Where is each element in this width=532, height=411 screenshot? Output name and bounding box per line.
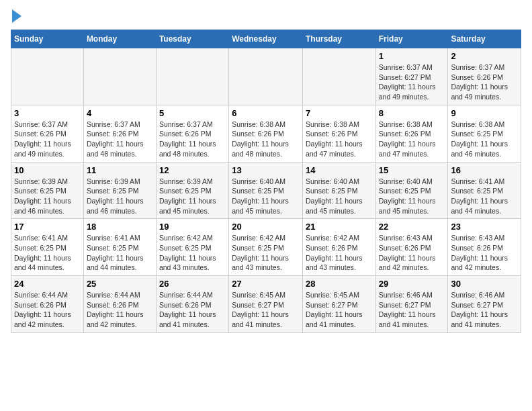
weekday-header: Thursday: [302, 30, 375, 48]
day-number: 20: [232, 222, 300, 232]
logo-arrow-icon: [12, 9, 21, 23]
calendar-cell: 10Sunrise: 6:39 AM Sunset: 6:25 PM Dayli…: [11, 162, 84, 219]
calendar-cell: 19Sunrise: 6:42 AM Sunset: 6:25 PM Dayli…: [156, 219, 228, 276]
weekday-header: Saturday: [448, 30, 521, 48]
day-info: Sunrise: 6:46 AM Sunset: 6:27 PM Dayligh…: [379, 290, 445, 330]
weekday-header: Tuesday: [156, 30, 228, 48]
calendar-cell: 16Sunrise: 6:41 AM Sunset: 6:25 PM Dayli…: [448, 162, 521, 219]
calendar-cell: 1Sunrise: 6:37 AM Sunset: 6:27 PM Daylig…: [375, 48, 448, 105]
day-info: Sunrise: 6:40 AM Sunset: 6:25 PM Dayligh…: [232, 177, 300, 216]
calendar-week-row: 3Sunrise: 6:37 AM Sunset: 6:26 PM Daylig…: [11, 105, 521, 162]
day-number: 25: [87, 279, 153, 289]
calendar-week-row: 10Sunrise: 6:39 AM Sunset: 6:25 PM Dayli…: [11, 162, 521, 219]
calendar-cell: 7Sunrise: 6:38 AM Sunset: 6:26 PM Daylig…: [302, 105, 375, 162]
day-number: 28: [306, 279, 373, 289]
day-number: 7: [306, 108, 373, 118]
calendar-cell: 9Sunrise: 6:38 AM Sunset: 6:25 PM Daylig…: [448, 105, 521, 162]
day-info: Sunrise: 6:41 AM Sunset: 6:25 PM Dayligh…: [14, 233, 81, 273]
calendar-week-row: 17Sunrise: 6:41 AM Sunset: 6:25 PM Dayli…: [11, 219, 521, 276]
calendar-cell: 13Sunrise: 6:40 AM Sunset: 6:25 PM Dayli…: [229, 162, 303, 219]
day-info: Sunrise: 6:37 AM Sunset: 6:26 PM Dayligh…: [87, 120, 153, 159]
calendar-header-row: SundayMondayTuesdayWednesdayThursdayFrid…: [11, 30, 521, 48]
calendar-table: SundayMondayTuesdayWednesdayThursdayFrid…: [11, 30, 521, 333]
calendar-cell: 20Sunrise: 6:42 AM Sunset: 6:25 PM Dayli…: [229, 219, 303, 276]
day-info: Sunrise: 6:37 AM Sunset: 6:27 PM Dayligh…: [379, 62, 445, 102]
calendar-cell: [11, 48, 84, 105]
calendar-cell: [302, 48, 375, 105]
day-info: Sunrise: 6:40 AM Sunset: 6:25 PM Dayligh…: [379, 177, 445, 216]
day-number: 2: [451, 51, 518, 61]
day-number: 3: [14, 108, 81, 118]
day-info: Sunrise: 6:43 AM Sunset: 6:26 PM Dayligh…: [379, 233, 445, 273]
calendar-cell: 4Sunrise: 6:37 AM Sunset: 6:26 PM Daylig…: [83, 105, 156, 162]
day-number: 30: [451, 279, 518, 289]
day-info: Sunrise: 6:45 AM Sunset: 6:27 PM Dayligh…: [232, 290, 300, 330]
weekday-header: Wednesday: [229, 30, 303, 48]
day-number: 17: [14, 222, 81, 232]
day-info: Sunrise: 6:39 AM Sunset: 6:25 PM Dayligh…: [87, 177, 153, 216]
day-number: 26: [159, 279, 226, 289]
day-info: Sunrise: 6:41 AM Sunset: 6:25 PM Dayligh…: [87, 233, 153, 273]
calendar-cell: 26Sunrise: 6:44 AM Sunset: 6:26 PM Dayli…: [156, 276, 228, 333]
day-info: Sunrise: 6:42 AM Sunset: 6:25 PM Dayligh…: [232, 233, 300, 273]
calendar-cell: 11Sunrise: 6:39 AM Sunset: 6:25 PM Dayli…: [83, 162, 156, 219]
day-number: 24: [14, 279, 81, 289]
day-info: Sunrise: 6:42 AM Sunset: 6:26 PM Dayligh…: [306, 233, 373, 273]
calendar-cell: 17Sunrise: 6:41 AM Sunset: 6:25 PM Dayli…: [11, 219, 84, 276]
calendar-cell: [83, 48, 156, 105]
day-number: 14: [306, 165, 373, 175]
day-number: 21: [306, 222, 373, 232]
calendar-cell: 3Sunrise: 6:37 AM Sunset: 6:26 PM Daylig…: [11, 105, 84, 162]
weekday-header: Sunday: [11, 30, 84, 48]
calendar-week-row: 1Sunrise: 6:37 AM Sunset: 6:27 PM Daylig…: [11, 48, 521, 105]
calendar-cell: 22Sunrise: 6:43 AM Sunset: 6:26 PM Dayli…: [375, 219, 448, 276]
calendar-cell: 27Sunrise: 6:45 AM Sunset: 6:27 PM Dayli…: [229, 276, 303, 333]
day-number: 5: [159, 108, 226, 118]
day-info: Sunrise: 6:38 AM Sunset: 6:26 PM Dayligh…: [306, 120, 373, 159]
day-info: Sunrise: 6:44 AM Sunset: 6:26 PM Dayligh…: [159, 290, 226, 330]
day-number: 8: [379, 108, 445, 118]
day-info: Sunrise: 6:42 AM Sunset: 6:25 PM Dayligh…: [159, 233, 226, 273]
day-info: Sunrise: 6:37 AM Sunset: 6:26 PM Dayligh…: [14, 120, 81, 159]
calendar-week-row: 24Sunrise: 6:44 AM Sunset: 6:26 PM Dayli…: [11, 276, 521, 333]
day-number: 1: [379, 51, 445, 61]
calendar-cell: 28Sunrise: 6:45 AM Sunset: 6:27 PM Dayli…: [302, 276, 375, 333]
day-number: 27: [232, 279, 300, 289]
day-number: 22: [379, 222, 445, 232]
calendar-cell: 5Sunrise: 6:37 AM Sunset: 6:26 PM Daylig…: [156, 105, 228, 162]
day-info: Sunrise: 6:46 AM Sunset: 6:27 PM Dayligh…: [451, 290, 518, 330]
weekday-header: Friday: [375, 30, 448, 48]
day-info: Sunrise: 6:37 AM Sunset: 6:26 PM Dayligh…: [159, 120, 226, 159]
calendar-cell: 30Sunrise: 6:46 AM Sunset: 6:27 PM Dayli…: [448, 276, 521, 333]
calendar-cell: 24Sunrise: 6:44 AM Sunset: 6:26 PM Dayli…: [11, 276, 84, 333]
day-number: 16: [451, 165, 518, 175]
day-number: 4: [87, 108, 153, 118]
day-number: 29: [379, 279, 445, 289]
day-info: Sunrise: 6:44 AM Sunset: 6:26 PM Dayligh…: [14, 290, 81, 330]
calendar-cell: 2Sunrise: 6:37 AM Sunset: 6:26 PM Daylig…: [448, 48, 521, 105]
calendar-cell: [229, 48, 303, 105]
day-number: 15: [379, 165, 445, 175]
day-number: 12: [159, 165, 226, 175]
day-info: Sunrise: 6:39 AM Sunset: 6:25 PM Dayligh…: [14, 177, 81, 216]
calendar-cell: 12Sunrise: 6:39 AM Sunset: 6:25 PM Dayli…: [156, 162, 228, 219]
day-info: Sunrise: 6:40 AM Sunset: 6:25 PM Dayligh…: [306, 177, 373, 216]
day-number: 6: [232, 108, 300, 118]
day-info: Sunrise: 6:43 AM Sunset: 6:26 PM Dayligh…: [451, 233, 518, 273]
calendar-cell: 21Sunrise: 6:42 AM Sunset: 6:26 PM Dayli…: [302, 219, 375, 276]
weekday-header: Monday: [83, 30, 156, 48]
day-number: 10: [14, 165, 81, 175]
day-number: 9: [451, 108, 518, 118]
day-number: 11: [87, 165, 153, 175]
calendar-cell: 8Sunrise: 6:38 AM Sunset: 6:26 PM Daylig…: [375, 105, 448, 162]
page-header: [11, 11, 521, 23]
day-info: Sunrise: 6:38 AM Sunset: 6:26 PM Dayligh…: [379, 120, 445, 159]
day-info: Sunrise: 6:38 AM Sunset: 6:25 PM Dayligh…: [451, 120, 518, 159]
calendar-cell: [156, 48, 228, 105]
day-number: 13: [232, 165, 300, 175]
day-info: Sunrise: 6:39 AM Sunset: 6:25 PM Dayligh…: [159, 177, 226, 216]
calendar-cell: 14Sunrise: 6:40 AM Sunset: 6:25 PM Dayli…: [302, 162, 375, 219]
calendar-cell: 23Sunrise: 6:43 AM Sunset: 6:26 PM Dayli…: [448, 219, 521, 276]
day-info: Sunrise: 6:41 AM Sunset: 6:25 PM Dayligh…: [451, 177, 518, 216]
day-number: 18: [87, 222, 153, 232]
